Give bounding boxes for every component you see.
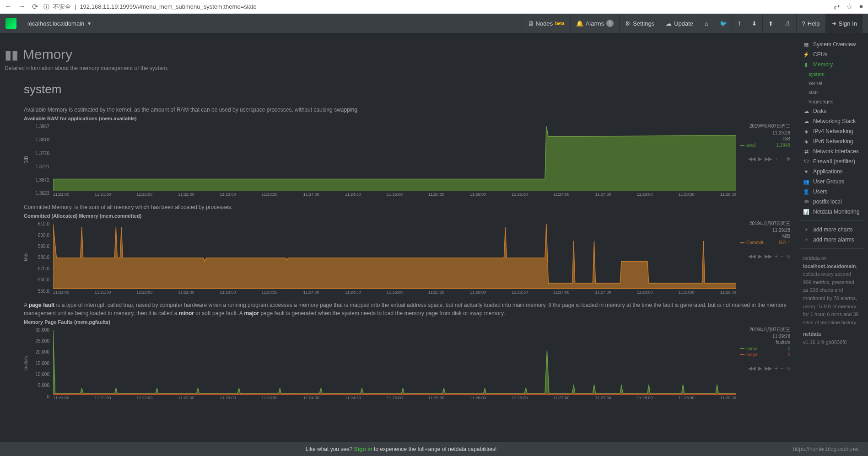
- help-button[interactable]: ? Help: [796, 14, 825, 33]
- add-more-alarms[interactable]: +add more alarms: [799, 235, 863, 245]
- facebook-link[interactable]: f: [733, 14, 746, 33]
- sidebar-icon: ◈: [803, 139, 809, 145]
- play-icon[interactable]: ▶: [758, 253, 762, 259]
- sidebar-item-system-overview[interactable]: ▦System Overview: [799, 39, 863, 49]
- sidebar-subitem-kernel[interactable]: kernel: [799, 79, 863, 88]
- chart-description: A page fault is a type of interrupt, cal…: [24, 301, 790, 317]
- forward-icon[interactable]: ▶▶: [765, 365, 772, 371]
- play-icon[interactable]: ▶: [758, 365, 762, 371]
- url-text: 192.168.11.19:19999/#menu_mem_submenu_sy…: [80, 3, 256, 10]
- legend-row[interactable]: Committ... 551.1: [740, 240, 790, 245]
- hostname-text: localhost.localdomain: [27, 20, 84, 27]
- browser-back-icon[interactable]: ←: [5, 2, 12, 11]
- legend-value: 1.3848: [776, 143, 790, 148]
- rewind-icon[interactable]: ◀◀: [748, 156, 755, 162]
- sidebar-item-ipv4-networking[interactable]: ◈IPv4 Networking: [799, 126, 863, 136]
- reset-icon[interactable]: ⊜: [786, 156, 790, 162]
- translate-icon[interactable]: ⇄: [834, 2, 840, 11]
- url-bar[interactable]: ⓘ 不安全 | 192.168.11.19:19999/#menu_mem_su…: [43, 3, 828, 11]
- chart-controls: ◀◀▶▶▶+−⊜: [740, 365, 790, 371]
- sidebar-icon: ✉: [803, 199, 809, 205]
- signin-button[interactable]: ➜ Sign In: [825, 14, 863, 33]
- sidebar-item-ipv6-networking[interactable]: ◈IPv6 Networking: [799, 136, 863, 146]
- y-labels: 610.0600.0590.0580.0570.0560.0550.0: [32, 220, 49, 294]
- netdata-logo[interactable]: [5, 18, 16, 29]
- signin-label: Sign In: [839, 20, 857, 27]
- sidebar-item-netdata-monitoring[interactable]: 📊Netdata Monitoring: [799, 207, 863, 217]
- legend-row-major[interactable]: major 0: [740, 352, 790, 357]
- github-link[interactable]: ⌂: [699, 14, 714, 33]
- forward-icon[interactable]: ▶▶: [765, 156, 772, 162]
- sidebar-item-user-groups[interactable]: 👥User Groups: [799, 177, 863, 187]
- sidebar-subitem-hugepages[interactable]: hugepages: [799, 97, 863, 106]
- legend-row[interactable]: avail 1.3848: [740, 143, 790, 148]
- facebook-icon: f: [739, 20, 740, 27]
- update-button[interactable]: ☁ Update: [660, 14, 699, 33]
- chart-unit: faults/s: [740, 340, 790, 345]
- zoom-in-icon[interactable]: +: [775, 365, 777, 371]
- chart-svg[interactable]: [53, 327, 736, 395]
- sidebar-item-firewall-netfilter-[interactable]: 🛡Firewall (netfilter): [799, 156, 863, 166]
- sidebar-item-postfix-local[interactable]: ✉postfix local: [799, 197, 863, 207]
- chart-title: Available RAM for applications (mem.avai…: [24, 116, 790, 121]
- sidebar-icon: ▮: [803, 62, 809, 68]
- sidebar-item-memory[interactable]: ▮Memory: [799, 59, 863, 70]
- zoom-out-icon[interactable]: −: [781, 156, 783, 162]
- sidebar-icon: ☁: [803, 118, 809, 124]
- sidebar-item-users[interactable]: 👤Users: [799, 187, 863, 197]
- y-labels: 1.38671.38181.37701.37211.36721.3623: [32, 123, 49, 197]
- rewind-icon[interactable]: ◀◀: [748, 365, 755, 371]
- y-labels: 30,00025,00020,00015,00010,0005,0000: [32, 327, 49, 400]
- zoom-in-icon[interactable]: +: [775, 156, 777, 162]
- browser-reload-icon[interactable]: ⟳: [32, 2, 38, 11]
- x-labels: 11:21:0011:21:3011:22:0011:22:3011:23:00…: [53, 290, 736, 295]
- bell-icon: 🔔: [576, 20, 583, 27]
- bookmark-icon[interactable]: ☆: [846, 2, 852, 11]
- sidebar-icon: ▦: [803, 42, 809, 48]
- forward-icon[interactable]: ▶▶: [765, 253, 772, 259]
- play-icon[interactable]: ▶: [758, 156, 762, 162]
- sidebar-item-disks[interactable]: ☁Disks: [799, 106, 863, 116]
- reset-icon[interactable]: ⊜: [786, 253, 790, 259]
- caret-down-icon: ▼: [87, 21, 92, 26]
- chart-svg[interactable]: [53, 220, 736, 289]
- zoom-in-icon[interactable]: +: [775, 253, 777, 259]
- github-icon: ⌂: [705, 20, 708, 27]
- chart-svg[interactable]: [53, 123, 736, 191]
- legend-row-minor[interactable]: minor 0: [740, 346, 790, 351]
- hostname-dropdown[interactable]: localhost.localdomain ▼: [27, 20, 92, 27]
- sidebar-subitem-system[interactable]: system: [799, 70, 863, 79]
- sidebar-item-cpus[interactable]: ⚡CPUs: [799, 49, 863, 59]
- upload-button[interactable]: ⬆: [762, 14, 779, 33]
- sidebar-subitem-slab[interactable]: slab: [799, 88, 863, 97]
- legend-value: 0: [787, 352, 790, 357]
- chart-timestamp-time: 11:29:28: [740, 130, 790, 135]
- yaxis-label: GiB: [24, 156, 29, 164]
- memory-icon: ▮▮: [5, 47, 18, 62]
- alarms-label: Alarms: [586, 20, 604, 27]
- chart-title: Memory Page Faults (mem.pgfaults): [24, 319, 790, 325]
- zoom-out-icon[interactable]: −: [781, 365, 783, 371]
- alarm-count-badge: 1: [606, 20, 614, 27]
- add-more-charts[interactable]: +add more charts: [799, 225, 863, 235]
- sidebar-item-networking-stack[interactable]: ☁Networking Stack: [799, 116, 863, 126]
- legend-color: [740, 242, 744, 243]
- chart-page-faults: A page fault is a type of interrupt, cal…: [24, 301, 790, 400]
- legend-name: minor: [746, 346, 758, 351]
- legend-name: avail: [746, 143, 756, 148]
- page-subtitle: Detailed information about the memory ma…: [5, 65, 790, 71]
- download-button[interactable]: ⬇: [746, 14, 762, 33]
- alarms-button[interactable]: 🔔 Alarms 1: [570, 14, 619, 33]
- rewind-icon[interactable]: ◀◀: [748, 253, 755, 259]
- settings-button[interactable]: ⚙ Settings: [619, 14, 660, 33]
- user-avatar-icon[interactable]: ●: [859, 2, 863, 11]
- print-button[interactable]: 🖨: [779, 14, 796, 33]
- browser-forward-icon[interactable]: →: [18, 2, 26, 11]
- reset-icon[interactable]: ⊜: [786, 365, 790, 371]
- nodes-button[interactable]: 🖥 Nodes beta: [522, 14, 570, 33]
- plus-icon: +: [803, 237, 809, 242]
- twitter-link[interactable]: 🐦: [714, 14, 733, 33]
- zoom-out-icon[interactable]: −: [781, 253, 783, 259]
- sidebar-item-applications[interactable]: ♥Applications: [799, 166, 863, 177]
- sidebar-item-network-interfaces[interactable]: ⇄Network Interfaces: [799, 146, 863, 156]
